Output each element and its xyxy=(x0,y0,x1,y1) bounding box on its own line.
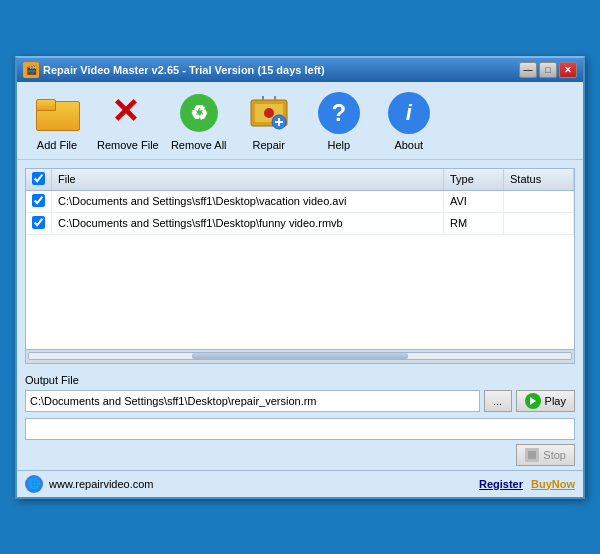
col-header-file: File xyxy=(52,169,444,191)
play-button[interactable]: Play xyxy=(516,390,575,412)
progress-bar xyxy=(25,418,575,440)
output-row: ... Play xyxy=(25,390,575,412)
title-buttons: — □ ✕ xyxy=(519,62,577,78)
select-all-checkbox[interactable] xyxy=(32,172,45,185)
table-row: C:\Documents and Settings\sff1\Desktop\v… xyxy=(26,190,574,212)
repair-icon xyxy=(246,90,292,136)
help-label: Help xyxy=(327,139,350,151)
stop-icon xyxy=(525,448,539,462)
about-label: About xyxy=(394,139,423,151)
minimize-button[interactable]: — xyxy=(519,62,537,78)
repair-button[interactable]: Repair xyxy=(239,90,299,151)
status-left: 🌐 www.repairvideo.com xyxy=(25,475,154,493)
file-list-area: File Type Status C:\Documents and Settin… xyxy=(25,168,575,364)
add-file-icon xyxy=(34,90,80,136)
scrollbar-thumb xyxy=(192,353,409,359)
stop-row: Stop xyxy=(25,444,575,466)
about-button[interactable]: i About xyxy=(379,90,439,151)
play-label: Play xyxy=(545,395,566,407)
row1-status xyxy=(504,190,574,212)
browse-button[interactable]: ... xyxy=(484,390,512,412)
row1-check xyxy=(26,190,52,212)
recycle-icon: ♻ xyxy=(178,94,220,132)
toolbar: Add File Remove File ♻ Remove All xyxy=(17,82,583,160)
status-right: Register BuyNow xyxy=(479,478,575,490)
title-bar: 🎬 Repair Video Master v2.65 - Trial Vers… xyxy=(17,58,583,82)
help-button[interactable]: ? Help xyxy=(309,90,369,151)
col-header-type: Type xyxy=(444,169,504,191)
row2-check xyxy=(26,212,52,234)
row2-type: RM xyxy=(444,212,504,234)
about-icon: i xyxy=(386,90,432,136)
buynow-button[interactable]: BuyNow xyxy=(531,478,575,490)
help-icon: ? xyxy=(316,90,362,136)
maximize-button[interactable]: □ xyxy=(539,62,557,78)
play-triangle xyxy=(530,397,536,405)
remove-file-button[interactable]: Remove File xyxy=(97,90,159,151)
output-panel: Output File ... Play xyxy=(25,372,575,412)
status-bar: 🌐 www.repairvideo.com Register BuyNow xyxy=(17,470,583,497)
col-header-check xyxy=(26,169,52,191)
output-file-label: Output File xyxy=(25,372,575,388)
row1-file: C:\Documents and Settings\sff1\Desktop\v… xyxy=(52,190,444,212)
svg-point-2 xyxy=(264,108,274,118)
repair-svg-icon xyxy=(249,94,289,132)
file-table-scroll: File Type Status C:\Documents and Settin… xyxy=(26,169,574,349)
website-url: www.repairvideo.com xyxy=(49,478,154,490)
file-table: File Type Status C:\Documents and Settin… xyxy=(26,169,574,235)
col-header-status: Status xyxy=(504,169,574,191)
x-icon xyxy=(107,94,149,132)
svg-rect-8 xyxy=(528,451,536,459)
stop-label: Stop xyxy=(543,449,566,461)
row1-type: AVI xyxy=(444,190,504,212)
remove-file-icon xyxy=(105,90,151,136)
remove-all-label: Remove All xyxy=(171,139,227,151)
table-row: C:\Documents and Settings\sff1\Desktop\f… xyxy=(26,212,574,234)
remove-all-button[interactable]: ♻ Remove All xyxy=(169,90,229,151)
folder-icon xyxy=(36,95,78,131)
stop-button[interactable]: Stop xyxy=(516,444,575,466)
horizontal-scrollbar[interactable] xyxy=(26,349,574,363)
window-title: Repair Video Master v2.65 - Trial Versio… xyxy=(43,64,325,76)
app-icon: 🎬 xyxy=(23,62,39,78)
row2-file: C:\Documents and Settings\sff1\Desktop\f… xyxy=(52,212,444,234)
register-button[interactable]: Register xyxy=(479,478,523,490)
add-file-label: Add File xyxy=(37,139,77,151)
play-icon xyxy=(525,393,541,409)
row2-status xyxy=(504,212,574,234)
repair-label: Repair xyxy=(253,139,285,151)
row1-checkbox[interactable] xyxy=(32,194,45,207)
row2-checkbox[interactable] xyxy=(32,216,45,229)
add-file-button[interactable]: Add File xyxy=(27,90,87,151)
output-path-input[interactable] xyxy=(25,390,480,412)
question-icon: ? xyxy=(318,92,360,134)
main-window: 🎬 Repair Video Master v2.65 - Trial Vers… xyxy=(15,56,585,499)
globe-icon: 🌐 xyxy=(25,475,43,493)
info-icon: i xyxy=(388,92,430,134)
title-bar-left: 🎬 Repair Video Master v2.65 - Trial Vers… xyxy=(23,62,325,78)
scrollbar-track xyxy=(28,352,572,360)
remove-file-label: Remove File xyxy=(97,139,159,151)
remove-all-icon: ♻ xyxy=(176,90,222,136)
close-button[interactable]: ✕ xyxy=(559,62,577,78)
